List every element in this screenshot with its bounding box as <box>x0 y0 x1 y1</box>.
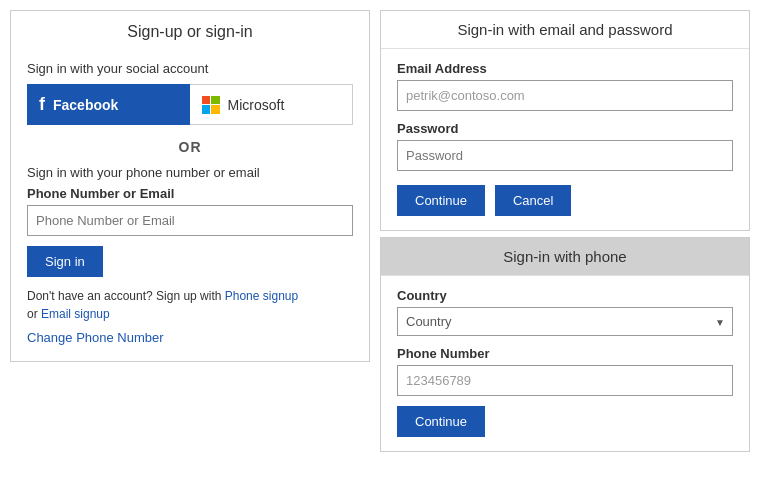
signup-text: Don't have an account? Sign up with Phon… <box>27 287 353 323</box>
signup-signin-panel: Sign-up or sign-in Sign in with your soc… <box>10 10 370 362</box>
country-select-wrapper: Country <box>397 307 733 336</box>
phone-continue-button[interactable]: Continue <box>397 406 485 437</box>
facebook-icon: f <box>39 94 45 115</box>
country-label: Country <box>397 288 733 303</box>
signin-button[interactable]: Sign in <box>27 246 103 277</box>
social-label: Sign in with your social account <box>27 61 353 76</box>
phone-panel-title: Sign-in with phone <box>381 238 749 276</box>
or-divider: OR <box>27 139 353 155</box>
facebook-button[interactable]: f Facebook <box>27 84 190 125</box>
email-cancel-button[interactable]: Cancel <box>495 185 571 216</box>
right-panels: Sign-in with email and password Email Ad… <box>380 10 750 452</box>
phone-panel: Sign-in with phone Country Country Phone… <box>380 237 750 452</box>
email-input[interactable] <box>397 80 733 111</box>
field-label: Phone Number or Email <box>27 186 353 201</box>
phone-number-label: Phone Number <box>397 346 733 361</box>
microsoft-icon <box>202 96 220 114</box>
signup-prefix: Don't have an account? Sign up with <box>27 289 225 303</box>
email-panel: Sign-in with email and password Email Ad… <box>380 10 750 231</box>
or-text2: or <box>27 307 41 321</box>
phone-email-input[interactable] <box>27 205 353 236</box>
facebook-label: Facebook <box>53 97 118 113</box>
email-panel-title: Sign-in with email and password <box>381 11 749 49</box>
email-signup-link[interactable]: Email signup <box>41 307 110 321</box>
email-label: Email Address <box>397 61 733 76</box>
phone-email-label: Sign in with your phone number or email <box>27 165 353 180</box>
country-select[interactable]: Country <box>397 307 733 336</box>
email-continue-button[interactable]: Continue <box>397 185 485 216</box>
microsoft-label: Microsoft <box>228 97 285 113</box>
password-input[interactable] <box>397 140 733 171</box>
left-panel-title: Sign-up or sign-in <box>11 11 369 51</box>
change-phone-link[interactable]: Change Phone Number <box>27 330 164 345</box>
phone-number-input[interactable] <box>397 365 733 396</box>
microsoft-button[interactable]: Microsoft <box>190 84 354 125</box>
password-label: Password <box>397 121 733 136</box>
phone-signup-link[interactable]: Phone signup <box>225 289 298 303</box>
social-buttons: f Facebook Microsoft <box>27 84 353 125</box>
